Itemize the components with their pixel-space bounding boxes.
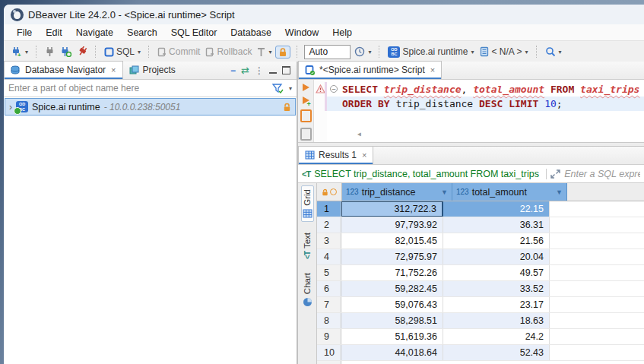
caret-icon[interactable]: ▾: [289, 85, 292, 92]
connection-tree-item[interactable]: › OD BC Spice.ai runtime - 10.0.0.238:50…: [5, 98, 296, 116]
caret-icon[interactable]: ▾: [25, 49, 28, 55]
caret-icon[interactable]: ▾: [268, 49, 271, 55]
tab-results-1[interactable]: Results 1 ×: [298, 146, 373, 164]
caret-icon[interactable]: ▾: [138, 49, 141, 55]
cell-trip-distance[interactable]: 58,298.51: [341, 313, 443, 328]
cell-total-amount[interactable]: 21.56: [443, 233, 550, 248]
column-header-trip-distance[interactable]: 123 trip_distance ▼: [342, 183, 452, 201]
transaction-log-button[interactable]: ▾: [353, 45, 373, 59]
fold-collapse-icon[interactable]: −: [330, 85, 338, 93]
close-icon[interactable]: ×: [430, 65, 435, 74]
cell-trip-distance[interactable]: 59,076.43: [341, 297, 443, 312]
cell-total-amount[interactable]: 36.31: [443, 217, 550, 233]
tab-projects[interactable]: Projects: [123, 62, 182, 79]
cell-total-amount[interactable]: 49.57: [443, 265, 550, 280]
connection-lock-toggle[interactable]: [275, 46, 290, 59]
row-number[interactable]: 7: [317, 297, 341, 312]
filter-expression-input[interactable]: Enter a SQL expression to: [564, 169, 640, 179]
cell-trip-distance[interactable]: 44,018.64: [341, 345, 443, 360]
tab-grid[interactable]: Grid: [301, 185, 314, 222]
table-row[interactable]: 1 312,722.3 22.15: [317, 201, 644, 217]
disconnect-button[interactable]: [75, 45, 89, 59]
scrollbar-left-icon[interactable]: ◀: [357, 127, 361, 141]
sort-desc-icon[interactable]: ▼: [441, 188, 448, 196]
cell-total-amount[interactable]: 52.43: [443, 345, 550, 360]
row-number[interactable]: 10: [317, 345, 341, 360]
transaction-mode-button[interactable]: ▾: [255, 46, 273, 59]
table-row[interactable]: 8 58,298.51 18.63: [317, 313, 644, 329]
minimize-view-icon[interactable]: [269, 67, 277, 74]
menu-window[interactable]: Window: [278, 27, 325, 38]
table-row[interactable]: 3 82,015.45 21.56: [317, 233, 644, 249]
column-header-total-amount[interactable]: 123 total_amount ▼: [452, 183, 567, 201]
code-editor[interactable]: − SELECT trip_distance, total_amount FRO…: [327, 80, 644, 142]
row-number[interactable]: 5: [317, 265, 341, 280]
active-database-selector[interactable]: < N/A > ▾: [478, 45, 530, 59]
filter-funnel-icon[interactable]: [272, 84, 284, 93]
caret-icon[interactable]: ▾: [525, 49, 528, 55]
table-row[interactable]: 10 44,018.64 52.43: [317, 345, 644, 361]
tab-sql-script[interactable]: *<Spice.ai runtime> Script ×: [298, 61, 442, 79]
menu-sql-editor[interactable]: SQL Editor: [164, 27, 224, 38]
link-with-editor-icon[interactable]: ⇄: [241, 65, 249, 76]
row-number[interactable]: 9: [317, 329, 341, 344]
view-menu-icon[interactable]: ⋮: [255, 65, 264, 76]
cell-total-amount[interactable]: 33.52: [443, 281, 550, 296]
cell-trip-distance[interactable]: 71,752.26: [341, 265, 443, 280]
cell-total-amount[interactable]: 23.17: [443, 297, 550, 312]
grid-corner-cell[interactable]: [317, 183, 342, 201]
tab-text[interactable]: Text <T: [302, 229, 312, 262]
execute-new-tab-icon[interactable]: [303, 97, 309, 104]
title-bar[interactable]: DBeaver Lite 24.2.0 - <Spice.ai runtime>…: [4, 5, 644, 24]
cell-trip-distance[interactable]: 51,619.36: [341, 329, 443, 344]
row-number[interactable]: 4: [317, 249, 341, 264]
table-row[interactable]: 6 59,282.45 33.52: [317, 281, 644, 297]
reconnect-button[interactable]: [59, 45, 73, 59]
menu-search[interactable]: Search: [120, 27, 164, 38]
row-number[interactable]: 3: [317, 233, 341, 248]
cell-total-amount[interactable]: 20.04: [443, 249, 550, 264]
cell-total-amount[interactable]: 22.15: [443, 201, 550, 217]
cell-trip-distance[interactable]: 72,975.97: [341, 249, 443, 264]
collapse-all-icon[interactable]: −: [230, 65, 236, 76]
table-row[interactable]: 2 97,793.92 36.31: [317, 217, 644, 233]
execute-script-disabled-icon[interactable]: [300, 128, 312, 141]
sql-line-2[interactable]: ORDER BY trip_distance DESC LIMIT 10;: [327, 97, 644, 111]
row-number[interactable]: 2: [317, 217, 341, 233]
executed-query-text[interactable]: SELECT trip_distance, total_amount FROM …: [314, 169, 542, 179]
row-number[interactable]: 1: [317, 201, 341, 217]
menu-edit[interactable]: Edit: [39, 27, 69, 38]
active-connection-selector[interactable]: OD BC Spice.ai runtime ▾: [386, 45, 475, 59]
object-filter-input[interactable]: Enter a part of object name here: [8, 83, 268, 93]
caret-icon[interactable]: ▾: [368, 49, 371, 55]
table-row[interactable]: 4 72,975.97 20.04: [317, 249, 644, 265]
menu-database[interactable]: Database: [224, 27, 278, 38]
cell-total-amount[interactable]: 24.2: [443, 329, 550, 344]
cell-trip-distance[interactable]: 59,282.45: [341, 281, 443, 296]
maximize-view-icon[interactable]: [282, 66, 290, 74]
sort-icon[interactable]: ▼: [556, 188, 563, 196]
cell-trip-distance[interactable]: 312,722.3: [341, 201, 443, 217]
caret-icon[interactable]: ▾: [471, 49, 474, 55]
execute-script-icon[interactable]: [300, 109, 312, 122]
sql-line-1[interactable]: SELECT trip_distance, total_amount FROM …: [327, 82, 644, 97]
autocommit-combo[interactable]: Auto: [304, 45, 351, 59]
chevron-right-icon[interactable]: ›: [9, 102, 12, 112]
row-number[interactable]: 8: [317, 313, 341, 328]
tab-database-navigator[interactable]: Database Navigator ×: [4, 61, 123, 79]
cell-trip-distance[interactable]: 97,793.92: [341, 217, 443, 233]
tab-chart[interactable]: Chart: [302, 270, 313, 310]
connect-button[interactable]: [43, 45, 56, 59]
rollback-button[interactable]: Rollback: [204, 45, 253, 59]
expand-filter-icon[interactable]: [550, 169, 560, 179]
caret-icon[interactable]: ▾: [559, 49, 562, 55]
menu-navigate[interactable]: Navigate: [69, 27, 120, 38]
close-icon[interactable]: ×: [362, 150, 366, 160]
table-row[interactable]: 9 51,619.36 24.2: [317, 329, 644, 345]
row-number[interactable]: 6: [317, 281, 341, 296]
sql-editor-button[interactable]: SQL ▾: [103, 45, 142, 59]
close-icon[interactable]: ×: [111, 65, 116, 74]
menu-file[interactable]: File: [10, 27, 39, 38]
search-button[interactable]: ▾: [544, 45, 563, 59]
execute-statement-icon[interactable]: [303, 84, 309, 91]
